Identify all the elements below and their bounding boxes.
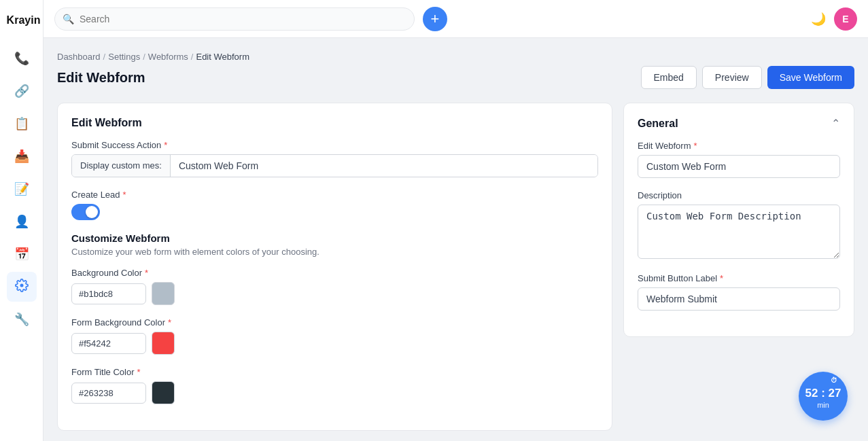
topbar: 🔍 + 🌙 E [44,0,868,38]
breadcrumb-sep-1: / [103,52,106,62]
search-icon: 🔍 [63,14,74,24]
preview-button[interactable]: Preview [702,66,762,89]
topbar-actions: 🌙 E [811,7,857,31]
timer-icon: ⏱ [831,376,837,385]
sidebar-item-network[interactable]: 🔗 [7,76,37,106]
wrench-icon: 🔧 [14,312,29,327]
chevron-up-icon[interactable]: ⌃ [831,117,840,130]
list-icon: 📝 [14,181,29,196]
page-title: Edit Webform [57,70,145,86]
search-container: 🔍 [54,7,415,31]
breadcrumb-settings[interactable]: Settings [108,52,140,62]
sidebar-item-person[interactable]: 👤 [7,207,37,236]
content-area: Dashboard / Settings / Webforms / Edit W… [44,38,868,441]
form-bg-color-label: Form Background Color * [71,317,598,328]
svg-point-3 [20,283,23,287]
bg-color-group: Background Color * [71,268,598,305]
description-textarea[interactable]: Custom Web Form Description [638,205,840,259]
sidebar-item-clipboard[interactable]: 📋 [7,109,37,139]
side-card: General ⌃ Edit Webform * Description Cus… [623,103,854,337]
form-bg-color-input[interactable] [71,333,146,354]
submit-button-label-label: Submit Button Label * [638,273,840,283]
clipboard-icon: 📋 [14,116,29,131]
sidebar-item-inbox[interactable]: 📥 [7,141,37,171]
avatar[interactable]: E [834,7,857,31]
submit-success-group: Submit Success Action * Display custom m… [71,140,598,177]
person-icon: 👤 [14,214,29,229]
submit-button-label-group: Submit Button Label * [638,273,840,311]
breadcrumb: Dashboard / Settings / Webforms / Edit W… [57,52,854,62]
cog-icon [15,279,29,296]
timer-unit: min [817,401,829,410]
sidebar: Krayin 📞 🔗 📋 📥 📝 👤 📅 🔧 [0,0,44,441]
customize-section-desc: Customize your web form with element col… [71,247,598,257]
bg-color-field [71,282,598,305]
sidebar-item-phone[interactable]: 📞 [7,43,37,73]
timer-bubble[interactable]: ⏱ 52 : 27 min [799,372,848,421]
sidebar-nav: 📞 🔗 📋 📥 📝 👤 📅 🔧 [0,43,43,433]
description-group: Description Custom Web Form Description [638,190,840,261]
form-title-color-field [71,381,598,404]
breadcrumb-dashboard[interactable]: Dashboard [57,52,101,62]
create-lead-toggle[interactable] [71,204,100,220]
bg-color-label: Background Color * [71,268,598,278]
page-header: Edit Webform Embed Preview Save Webform [57,66,854,89]
submit-success-label: Submit Success Action * [71,140,598,150]
side-card-header: General ⌃ [638,117,840,130]
add-button[interactable]: + [423,7,447,31]
main-card-title: Edit Webform [71,117,598,129]
embed-button[interactable]: Embed [641,66,697,89]
create-lead-label: Create Lead * [71,190,598,200]
sidebar-item-calendar[interactable]: 📅 [7,239,37,269]
side-edit-webform-group: Edit Webform * [638,141,840,178]
submit-button-label-input[interactable] [638,287,840,311]
customize-section-title: Customize Webform [71,232,598,244]
form-title-color-group: Form Title Color * [71,367,598,404]
network-icon: 🔗 [14,84,29,99]
bg-color-input[interactable] [71,283,146,304]
form-title-color-swatch[interactable] [152,381,175,404]
side-card-title: General [638,118,678,130]
breadcrumb-sep-3: / [191,52,194,62]
main-card: Edit Webform Submit Success Action * Dis… [57,103,612,431]
side-edit-webform-input[interactable] [638,155,840,178]
save-webform-button[interactable]: Save Webform [767,66,854,89]
form-title-color-input[interactable] [71,383,146,404]
logo[interactable]: Krayin [0,8,43,38]
calendar-icon: 📅 [14,247,29,262]
submit-success-row: Display custom mes: [71,154,598,177]
moon-icon[interactable]: 🌙 [811,12,826,27]
form-bg-color-group: Form Background Color * [71,317,598,355]
inbox-icon: 📥 [14,149,29,164]
sidebar-item-list[interactable]: 📝 [7,174,37,204]
timer-time: 52 : 27 [805,387,841,400]
two-col-layout: Edit Webform Submit Success Action * Dis… [57,103,854,431]
form-title-color-label: Form Title Color * [71,367,598,377]
form-bg-color-field [71,332,598,355]
submit-success-left: Display custom mes: [72,155,171,177]
sidebar-item-settings[interactable] [7,272,37,302]
header-buttons: Embed Preview Save Webform [641,66,855,89]
side-edit-webform-label: Edit Webform * [638,141,840,151]
sidebar-item-wrench[interactable]: 🔧 [7,304,37,334]
create-lead-group: Create Lead * [71,190,598,220]
bg-color-swatch[interactable] [152,282,175,305]
main-area: 🔍 + 🌙 E Dashboard / Settings / Webforms … [44,0,868,441]
breadcrumb-current: Edit Webform [196,52,249,62]
breadcrumb-sep-2: / [143,52,145,62]
toggle-wrap [71,204,598,220]
phone-icon: 📞 [14,51,29,66]
submit-success-input[interactable] [171,155,597,177]
breadcrumb-webforms[interactable]: Webforms [148,52,188,62]
search-input[interactable] [54,7,415,31]
logo-text: Krayin [7,14,41,27]
description-label: Description [638,190,840,200]
form-bg-color-swatch[interactable] [152,332,175,355]
